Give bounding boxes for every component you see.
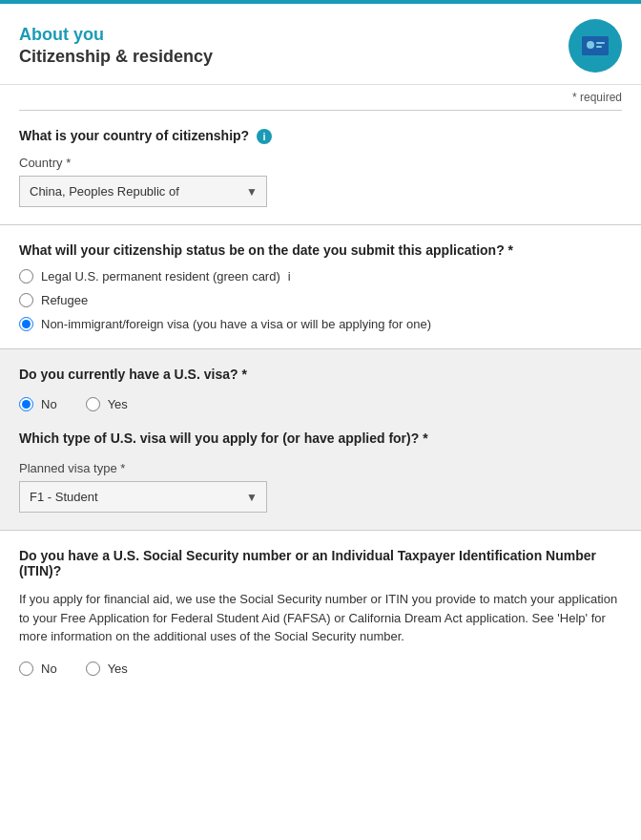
radio-permanent-resident[interactable]	[19, 269, 33, 284]
radio-visa-yes[interactable]	[86, 397, 100, 411]
visa-type-select-wrapper[interactable]: F1 - Student J1 - Exchange Visitor Other…	[19, 481, 267, 513]
svg-rect-1	[582, 36, 609, 55]
citizenship-country-question: What is your country of citizenship? i	[19, 128, 622, 144]
svg-rect-3	[596, 42, 605, 44]
radio-visa-no[interactable]	[19, 397, 33, 411]
country-select-wrapper[interactable]: China, Peoples Republic of United States…	[19, 176, 267, 207]
permanent-resident-info-icon[interactable]: i	[288, 269, 291, 284]
radio-ssn-yes[interactable]	[86, 662, 100, 676]
citizenship-status-radio-group: Legal U.S. permanent resident (green car…	[19, 269, 622, 331]
radio-item-visa-no[interactable]: No	[19, 397, 57, 411]
visa-question: Do you currently have a U.S. visa? *	[19, 367, 622, 382]
page-title: Citizenship & residency	[19, 47, 213, 67]
radio-refugee[interactable]	[19, 293, 33, 307]
citizenship-status-section: What will your citizenship status be on …	[0, 225, 641, 349]
visa-section: Do you currently have a U.S. visa? * No …	[0, 349, 641, 531]
visa-type-question: Which type of U.S. visa will you apply f…	[19, 430, 622, 446]
visa-radio-row: No Yes	[19, 397, 622, 411]
visa-type-field-label: Planned visa type *	[19, 461, 622, 475]
ssn-question: Do you have a U.S. Social Security numbe…	[19, 548, 622, 578]
person-card-icon	[580, 31, 610, 61]
citizenship-country-section: What is your country of citizenship? i C…	[0, 111, 641, 225]
header: About you Citizenship & residency	[0, 4, 641, 85]
country-select[interactable]: China, Peoples Republic of United States…	[19, 176, 267, 207]
radio-item-ssn-yes[interactable]: Yes	[86, 662, 128, 676]
country-field-label: Country *	[19, 156, 622, 170]
radio-item-refugee[interactable]: Refugee	[19, 293, 622, 307]
radio-item-permanent-resident[interactable]: Legal U.S. permanent resident (green car…	[19, 269, 622, 284]
radio-item-visa-yes[interactable]: Yes	[86, 397, 128, 411]
section-icon	[569, 19, 622, 73]
radio-item-nonimmigrant[interactable]: Non-immigrant/foreign visa (you have a v…	[19, 317, 622, 331]
svg-point-2	[587, 41, 594, 49]
visa-type-select[interactable]: F1 - Student J1 - Exchange Visitor Other	[19, 481, 267, 513]
radio-nonimmigrant[interactable]	[19, 317, 33, 331]
citizenship-country-info-icon[interactable]: i	[257, 129, 272, 144]
ssn-section: Do you have a U.S. Social Security numbe…	[0, 531, 641, 704]
ssn-radio-row: No Yes	[19, 662, 622, 676]
required-note: * required	[0, 85, 641, 110]
header-titles: About you Citizenship & residency	[19, 25, 213, 67]
citizenship-status-question: What will your citizenship status be on …	[19, 242, 622, 258]
ssn-description: If you apply for financial aid, we use t…	[19, 590, 622, 646]
radio-ssn-no[interactable]	[19, 662, 33, 676]
page-section-label: About you	[19, 25, 213, 45]
svg-rect-4	[596, 46, 602, 48]
radio-item-ssn-no[interactable]: No	[19, 662, 57, 676]
